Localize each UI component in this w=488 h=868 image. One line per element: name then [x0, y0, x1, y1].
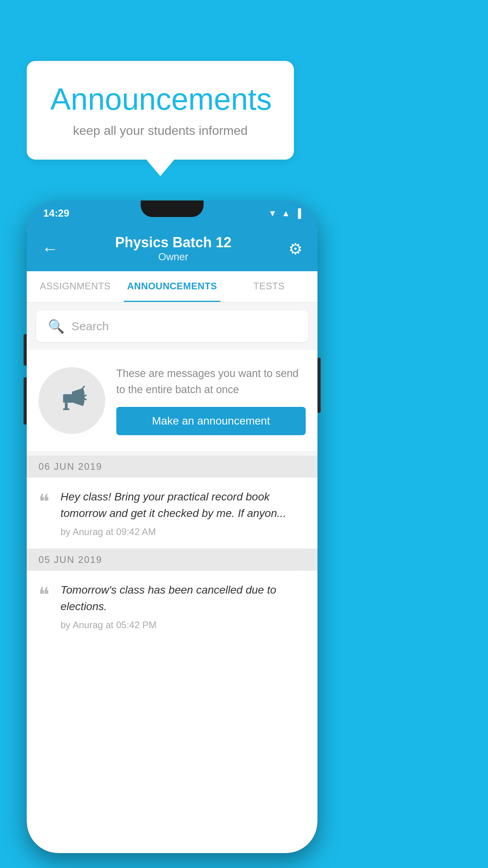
svg-point-2: [81, 388, 85, 406]
search-bar[interactable]: 🔍 Search: [36, 311, 308, 342]
phone-button-volume-up: [24, 334, 27, 366]
bubble-title: Announcements: [50, 83, 270, 116]
notch: [141, 200, 204, 217]
svg-line-5: [84, 398, 86, 399]
wifi-icon: ▼: [268, 208, 277, 219]
tab-assignments[interactable]: ASSIGNMENTS: [27, 271, 124, 302]
announcement-text-2: Tomorrow's class has been cancelled due …: [61, 582, 306, 615]
svg-rect-7: [63, 408, 70, 410]
header-title: Physics Batch 12: [115, 234, 231, 251]
promo-description: These are messages you want to send to t…: [116, 366, 306, 397]
quote-icon-2: ❝: [39, 585, 50, 605]
megaphone-circle: [39, 367, 105, 434]
phone-button-volume-down: [24, 377, 27, 425]
app-header: ← Physics Batch 12 Owner ⚙: [27, 226, 317, 271]
svg-line-4: [84, 395, 86, 396]
promo-card: These are messages you want to send to t…: [27, 350, 317, 451]
announcement-content-1: Hey class! Bring your practical record b…: [61, 489, 306, 537]
tab-announcements[interactable]: ANNOUNCEMENTS: [124, 271, 221, 302]
status-time: 14:29: [43, 207, 70, 219]
status-bar: 14:29 ▼ ▲ ▐: [27, 200, 317, 226]
phone-button-power: [317, 358, 321, 413]
make-announcement-button[interactable]: Make an announcement: [116, 407, 306, 435]
promo-right: These are messages you want to send to t…: [116, 366, 306, 435]
quote-icon-1: ❝: [39, 492, 50, 512]
announcement-item-1: ❝ Hey class! Bring your practical record…: [27, 478, 317, 548]
tab-tests[interactable]: TESTS: [220, 271, 317, 302]
announcement-content-2: Tomorrow's class has been cancelled due …: [61, 582, 306, 631]
svg-rect-6: [65, 403, 68, 409]
search-placeholder: Search: [72, 320, 109, 333]
date-separator-1: 06 JUN 2019: [27, 456, 317, 478]
phone-screen: 14:29 ▼ ▲ ▐ ← Physics Batch 12 Owner ⚙ A…: [27, 200, 317, 853]
search-icon: 🔍: [48, 318, 64, 334]
megaphone-icon: [54, 383, 90, 418]
back-button[interactable]: ←: [42, 239, 58, 258]
signal-icon: ▲: [282, 208, 290, 219]
speech-bubble-container: Announcements keep all your students inf…: [27, 61, 294, 160]
battery-icon: ▐: [295, 208, 301, 219]
phone-container: 14:29 ▼ ▲ ▐ ← Physics Batch 12 Owner ⚙ A…: [27, 200, 317, 853]
svg-line-3: [83, 386, 84, 388]
phone-frame: 14:29 ▼ ▲ ▐ ← Physics Batch 12 Owner ⚙ A…: [27, 200, 317, 853]
bubble-subtitle: keep all your students informed: [50, 123, 270, 138]
announcement-text-1: Hey class! Bring your practical record b…: [61, 489, 306, 522]
announcement-item-2: ❝ Tomorrow's class has been cancelled du…: [27, 571, 317, 642]
header-subtitle: Owner: [115, 251, 231, 263]
svg-rect-1: [63, 394, 72, 403]
announcement-meta-2: by Anurag at 05:42 PM: [61, 620, 306, 631]
date-separator-2: 05 JUN 2019: [27, 549, 317, 571]
speech-bubble: Announcements keep all your students inf…: [27, 61, 294, 160]
settings-icon[interactable]: ⚙: [288, 240, 303, 258]
tab-bar: ASSIGNMENTS ANNOUNCEMENTS TESTS: [27, 271, 317, 303]
content-area: 🔍 Search: [27, 303, 317, 642]
announcement-meta-1: by Anurag at 09:42 AM: [61, 526, 306, 537]
status-icons: ▼ ▲ ▐: [268, 208, 301, 219]
header-title-area: Physics Batch 12 Owner: [115, 234, 231, 263]
